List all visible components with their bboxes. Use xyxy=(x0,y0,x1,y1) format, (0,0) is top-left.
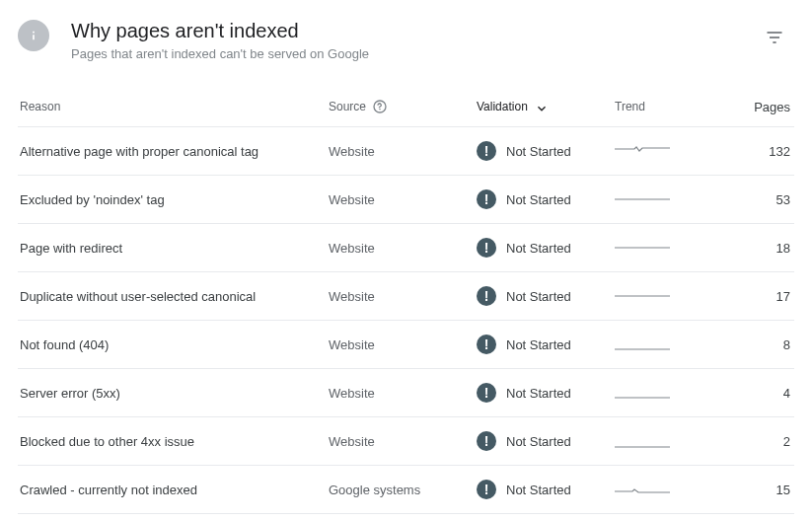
trend-cell xyxy=(615,287,723,305)
trend-sparkline-icon xyxy=(615,432,670,450)
validation-label: Not Started xyxy=(506,289,571,304)
validation-label: Not Started xyxy=(506,144,571,159)
help-icon[interactable] xyxy=(372,99,388,114)
trend-cell xyxy=(615,190,723,208)
table-row[interactable]: Crawled - currently not indexedGoogle sy… xyxy=(18,466,794,514)
col-trend-label: Trend xyxy=(615,100,645,113)
pages-cell: 8 xyxy=(723,337,792,352)
trend-sparkline-icon xyxy=(615,142,670,160)
validation-label: Not Started xyxy=(506,434,571,449)
filter-button[interactable] xyxy=(755,18,794,57)
arrow-down-icon xyxy=(534,99,550,114)
col-validation-label: Validation xyxy=(477,100,528,113)
reason-cell: Crawled - currently not indexed xyxy=(20,483,329,497)
pages-cell: 18 xyxy=(723,241,792,256)
exclamation-icon: ! xyxy=(477,431,496,451)
source-cell: Website xyxy=(329,144,477,159)
pages-cell: 132 xyxy=(723,144,792,159)
table-row[interactable]: Excluded by 'noindex' tagWebsite!Not Sta… xyxy=(18,176,794,224)
source-cell: Google systems xyxy=(329,483,477,497)
table-row[interactable]: Not found (404)Website!Not Started8 xyxy=(18,321,794,369)
source-cell: Website xyxy=(329,434,477,449)
pages-cell: 15 xyxy=(723,483,792,497)
validation-label: Not Started xyxy=(506,483,571,497)
exclamation-icon: ! xyxy=(477,480,496,499)
validation-label: Not Started xyxy=(506,337,571,352)
trend-cell xyxy=(615,384,723,402)
trend-cell xyxy=(615,142,723,160)
validation-cell: !Not Started xyxy=(477,189,615,209)
pages-cell: 4 xyxy=(723,386,792,401)
table-row[interactable]: Page with redirectWebsite!Not Started18 xyxy=(18,224,794,272)
col-source-label: Source xyxy=(329,100,366,113)
col-reason-label: Reason xyxy=(20,100,60,113)
validation-cell: !Not Started xyxy=(477,383,615,403)
pages-cell: 53 xyxy=(723,192,792,207)
validation-cell: !Not Started xyxy=(477,238,615,258)
trend-cell xyxy=(615,335,723,353)
reason-cell: Not found (404) xyxy=(20,337,329,352)
col-validation[interactable]: Validation xyxy=(477,99,615,114)
exclamation-icon: ! xyxy=(477,189,496,209)
exclamation-icon: ! xyxy=(477,141,496,161)
source-cell: Website xyxy=(329,386,477,401)
trend-sparkline-icon xyxy=(615,335,670,353)
source-cell: Website xyxy=(329,192,477,207)
col-source[interactable]: Source xyxy=(329,99,477,114)
validation-cell: !Not Started xyxy=(477,480,615,499)
table-row[interactable]: Duplicate, Google chose different canoni… xyxy=(18,514,794,521)
validation-cell: !Not Started xyxy=(477,335,615,354)
source-cell: Website xyxy=(329,337,477,352)
page-subtitle: Pages that aren't indexed can't be serve… xyxy=(71,45,755,63)
reason-cell: Duplicate without user-selected canonica… xyxy=(20,289,329,304)
col-pages-label: Pages xyxy=(754,100,790,114)
exclamation-icon: ! xyxy=(477,383,496,403)
page-title: Why pages aren't indexed xyxy=(71,18,755,43)
table-row[interactable]: Blocked due to other 4xx issueWebsite!No… xyxy=(18,417,794,466)
exclamation-icon: ! xyxy=(477,286,496,306)
validation-cell: !Not Started xyxy=(477,141,615,161)
col-trend[interactable]: Trend xyxy=(615,100,723,113)
source-cell: Website xyxy=(329,289,477,304)
trend-sparkline-icon xyxy=(615,190,670,208)
filter-icon xyxy=(765,28,784,47)
table-row[interactable]: Server error (5xx)Website!Not Started4 xyxy=(18,369,794,417)
validation-cell: !Not Started xyxy=(477,431,615,451)
trend-cell xyxy=(615,432,723,450)
validation-label: Not Started xyxy=(506,386,571,401)
pages-cell: 17 xyxy=(723,289,792,304)
reason-cell: Server error (5xx) xyxy=(20,386,329,401)
col-reason[interactable]: Reason xyxy=(20,100,329,113)
exclamation-icon: ! xyxy=(477,238,496,258)
validation-cell: !Not Started xyxy=(477,286,615,306)
info-icon xyxy=(18,20,49,51)
reason-cell: Page with redirect xyxy=(20,241,329,256)
table-row[interactable]: Duplicate without user-selected canonica… xyxy=(18,272,794,321)
exclamation-icon: ! xyxy=(477,335,496,354)
trend-sparkline-icon xyxy=(615,384,670,402)
table-row[interactable]: Alternative page with proper canonical t… xyxy=(18,127,794,176)
source-cell: Website xyxy=(329,241,477,256)
validation-label: Not Started xyxy=(506,241,571,256)
trend-sparkline-icon xyxy=(615,239,670,257)
trend-cell xyxy=(615,239,723,257)
trend-cell xyxy=(615,481,723,498)
validation-label: Not Started xyxy=(506,192,571,207)
col-pages[interactable]: Pages xyxy=(723,100,792,114)
reason-cell: Blocked due to other 4xx issue xyxy=(20,434,329,449)
trend-sparkline-icon xyxy=(615,287,670,305)
pages-cell: 2 xyxy=(723,434,792,449)
reason-cell: Excluded by 'noindex' tag xyxy=(20,192,329,207)
reason-cell: Alternative page with proper canonical t… xyxy=(20,144,329,159)
trend-sparkline-icon xyxy=(615,481,670,498)
table-header: Reason Source Validation Trend Pages xyxy=(18,87,794,127)
